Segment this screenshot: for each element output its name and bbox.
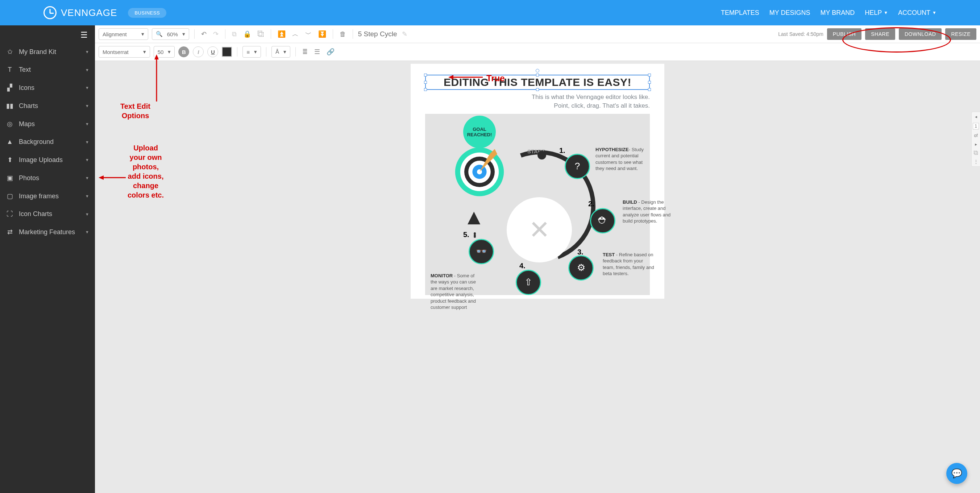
nav-templates[interactable]: TEMPLATES bbox=[721, 9, 759, 17]
caret-down-icon: ▼ bbox=[884, 10, 888, 15]
clock-icon bbox=[43, 6, 57, 19]
plan-badge[interactable]: BUSINESS bbox=[128, 8, 166, 18]
nav-help[interactable]: HELP▼ bbox=[865, 9, 888, 17]
brand-name: VENNGAGE bbox=[61, 7, 117, 19]
nav-account[interactable]: ACCOUNT▼ bbox=[898, 9, 937, 17]
top-nav: TEMPLATES MY DESIGNS MY BRAND HELP▼ ACCO… bbox=[721, 9, 937, 17]
nav-mybrand[interactable]: MY BRAND bbox=[821, 9, 855, 17]
app-header: VENNGAGE BUSINESS TEMPLATES MY DESIGNS M… bbox=[0, 0, 980, 25]
logo[interactable]: VENNGAGE bbox=[43, 6, 117, 19]
nav-mydesigns[interactable]: MY DESIGNS bbox=[770, 9, 810, 17]
caret-down-icon: ▼ bbox=[932, 10, 937, 15]
